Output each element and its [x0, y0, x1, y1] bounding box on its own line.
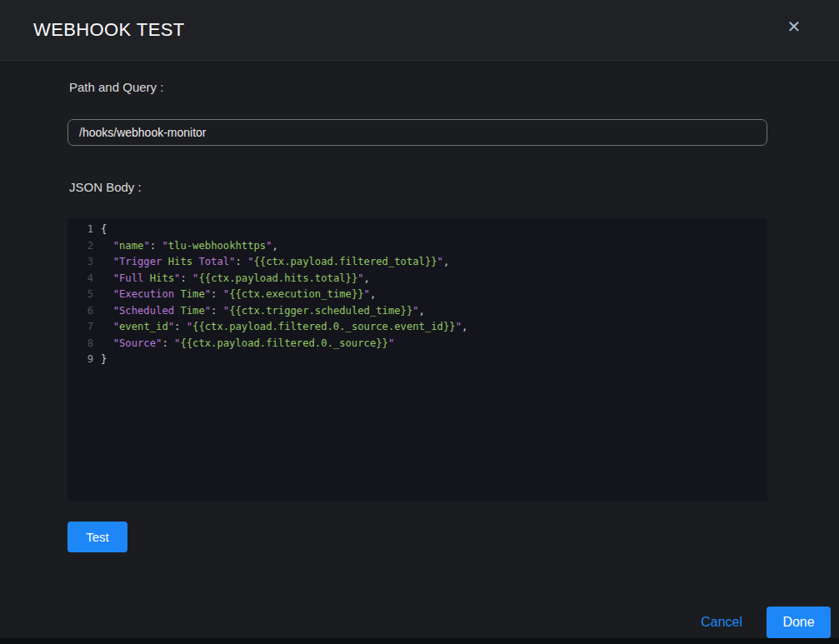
code-token: "Trigger: [113, 256, 168, 267]
code-token: Total": [198, 256, 235, 267]
code-token: "Execution: [113, 288, 181, 300]
code-content: {: [101, 222, 107, 238]
code-token: ,: [364, 272, 370, 284]
code-line: 6 "Scheduled Time": "{{ctx.trigger.sched…: [67, 303, 767, 320]
code-token: {: [101, 223, 107, 235]
code-token: {{ctx.payload.filtered.0._source.event_i…: [192, 321, 456, 332]
code-line: 9}: [67, 352, 767, 368]
line-number: 7: [67, 319, 93, 336]
code-token: :: [150, 240, 162, 252]
dialog-title: WEBHOOK TEST: [33, 19, 185, 41]
code-token: :: [162, 337, 174, 349]
code-token: ": [187, 321, 192, 332]
code-token: [101, 305, 113, 317]
code-token: Hits: [150, 272, 174, 284]
code-token: [101, 256, 113, 267]
json-body-editor[interactable]: 1{2 "name": "tlu-webhookhttps",3 "Trigge…: [67, 218, 767, 501]
code-token: Hits: [168, 256, 199, 267]
line-number: 5: [67, 287, 93, 303]
code-line: 2 "name": "tlu-webhookhttps",: [67, 238, 767, 255]
code-token: }: [101, 353, 107, 365]
code-content: "Source": "{{ctx.payload.filtered.0._sou…: [101, 336, 394, 352]
code-token: {{ctx.payload.filtered_total}}: [253, 256, 437, 267]
path-and-query-input[interactable]: [67, 119, 767, 146]
code-token: ": [205, 305, 211, 317]
code-token: ": [357, 272, 363, 284]
line-number: 1: [67, 222, 93, 238]
code-content: "event_id": "{{ctx.payload.filtered.0._s…: [101, 319, 467, 336]
code-token: ,: [272, 240, 278, 252]
code-token: :: [211, 288, 223, 300]
code-token: Time: [180, 288, 204, 300]
code-token: [101, 240, 113, 252]
path-and-query-label: Path and Query :: [69, 80, 163, 94]
line-number: 4: [67, 271, 93, 287]
line-number: 9: [67, 352, 93, 368]
test-button[interactable]: Test: [67, 522, 127, 552]
code-content: "Full Hits": "{{ctx.payload.hits.total}}…: [101, 271, 370, 287]
code-line: 3 "Trigger Hits Total": "{{ctx.payload.f…: [67, 254, 767, 271]
code-token: ,: [462, 321, 467, 332]
code-token: Time: [180, 305, 204, 317]
code-token: ": [143, 240, 149, 252]
dialog-header: WEBHOOK TEST ✕: [0, 0, 839, 61]
code-content: }: [101, 352, 107, 368]
code-token: "Source": [113, 337, 162, 349]
code-token: "Full: [113, 272, 150, 284]
code-lines: 1{2 "name": "tlu-webhookhttps",3 "Trigge…: [67, 222, 767, 368]
code-token: name: [119, 240, 143, 252]
code-token: [101, 272, 113, 284]
code-token: ": [266, 240, 272, 252]
code-token: ,: [419, 305, 425, 317]
code-line: 7 "event_id": "{{ctx.payload.filtered.0.…: [67, 319, 767, 336]
code-content: "Trigger Hits Total": "{{ctx.payload.fil…: [101, 254, 449, 271]
code-token: ": [113, 321, 119, 332]
code-token: {{ctx.payload.filtered.0._source}}: [180, 337, 387, 349]
code-token: [101, 321, 113, 332]
code-token: ": [205, 288, 211, 300]
done-button[interactable]: Done: [767, 607, 831, 638]
line-number: 6: [67, 303, 93, 320]
code-token: :: [211, 305, 223, 317]
page-bottom-strip: [0, 638, 839, 644]
code-line: 1{: [67, 222, 767, 238]
code-line: 5 "Execution Time": "{{ctx.execution_tim…: [67, 287, 767, 303]
code-content: "name": "tlu-webhookhttps",: [101, 238, 278, 255]
code-token: "Scheduled: [113, 305, 181, 317]
line-number: 8: [67, 336, 93, 352]
code-token: {{ctx.execution_time}}: [229, 288, 363, 300]
code-line: 4 "Full Hits": "{{ctx.payload.hits.total…: [67, 271, 767, 287]
code-token: ,: [443, 256, 449, 267]
line-number: 2: [67, 238, 93, 255]
code-token: ": [168, 321, 174, 332]
code-token: ": [388, 337, 394, 349]
code-token: {{ctx.payload.hits.total}}: [198, 272, 357, 284]
code-token: :: [174, 321, 187, 332]
code-token: ": [412, 305, 418, 317]
code-token: ": [437, 256, 443, 267]
code-content: "Scheduled Time": "{{ctx.trigger.schedul…: [101, 303, 425, 320]
json-body-label: JSON Body :: [69, 180, 142, 194]
code-token: event_id: [119, 321, 168, 332]
code-line: 8 "Source": "{{ctx.payload.filtered.0._s…: [67, 336, 767, 352]
code-token: {{ctx.trigger.scheduled_time}}: [229, 305, 412, 317]
code-token: ": [113, 240, 119, 252]
code-token: [101, 337, 113, 349]
code-token: ": [456, 321, 462, 332]
code-content: "Execution Time": "{{ctx.execution_time}…: [101, 287, 376, 303]
code-token: tlu-webhookhttps: [168, 240, 266, 252]
line-number: 3: [67, 254, 93, 271]
cancel-button[interactable]: Cancel: [701, 615, 742, 630]
code-token: ": [364, 288, 370, 300]
code-token: [101, 288, 113, 300]
code-token: ,: [370, 288, 376, 300]
close-icon[interactable]: ✕: [782, 15, 806, 38]
webhook-test-dialog: WEBHOOK TEST ✕ Path and Query : JSON Bod…: [0, 0, 839, 644]
code-token: :: [235, 256, 247, 267]
code-token: :: [180, 272, 192, 284]
code-token: ": [162, 240, 167, 252]
